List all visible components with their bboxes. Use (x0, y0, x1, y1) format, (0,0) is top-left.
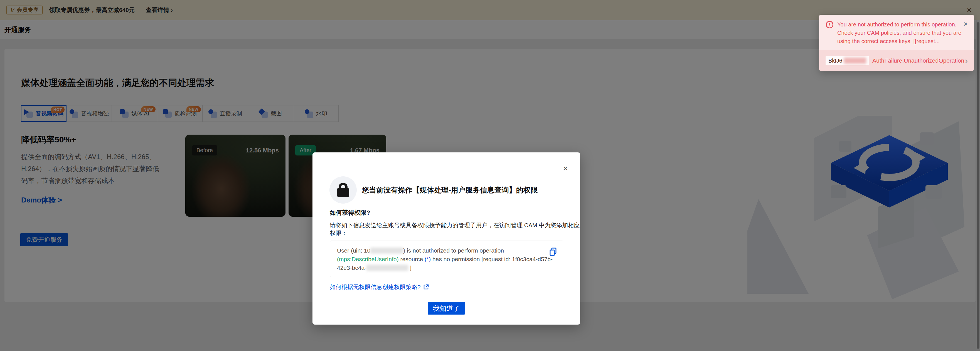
code-line: (mps:DescribeUserInfo) resource (*) has … (337, 255, 556, 264)
code-line: 42e3-bc4a- ] (337, 264, 556, 272)
confirm-button[interactable]: 我知道了 (428, 302, 465, 314)
redacted-request-id (366, 265, 408, 271)
lock-icon (329, 176, 357, 203)
error-toast: ! You are not authorized to perform this… (819, 15, 974, 71)
chevron-right-icon[interactable]: › (965, 56, 968, 65)
section-title: 如何获得权限? (330, 209, 370, 217)
alert-circle-icon: ! (826, 21, 834, 29)
resource-wildcard: (*) (425, 256, 431, 262)
permission-modal: × 您当前没有操作【媒体处理-用户服务信息查询】的权限 如何获得权限? 请将如下… (312, 152, 580, 325)
help-link[interactable]: 如何根据无权限信息创建权限策略? (330, 283, 429, 291)
toast-message-section: ! You are not authorized to perform this… (819, 15, 974, 50)
error-code: AuthFailure.UnauthorizedOperation (872, 57, 964, 64)
external-link-icon (423, 284, 429, 290)
modal-close-icon[interactable]: × (563, 164, 568, 172)
redacted-request-id (844, 57, 866, 64)
instruction-text: 请将如下信息发送给主账号或具备权限授予能力的管理子用户，在访问管理 CAM 中为… (330, 221, 580, 237)
request-id-prefix: BkIJ6 (828, 57, 842, 64)
toast-line: Check your CAM policies, and ensure that… (837, 29, 956, 37)
operation-name: (mps:DescribeUserInfo) (337, 256, 399, 262)
permission-error-codeblock: User (uin: 10) is not authorized to perf… (330, 241, 563, 277)
copy-icon[interactable] (550, 248, 557, 256)
modal-title: 您当前没有操作【媒体处理-用户服务信息查询】的权限 (362, 176, 538, 203)
toast-line: You are not authorized to perform this o… (837, 20, 956, 29)
code-line: User (uin: 10) is not authorized to perf… (337, 246, 556, 255)
request-id-chip[interactable]: BkIJ6 (826, 56, 869, 65)
toast-error-detail-row[interactable]: BkIJ6 AuthFailure.UnauthorizedOperation … (819, 50, 974, 71)
redacted-uin (370, 248, 403, 254)
toast-line: using the correct access keys. [[request… (837, 37, 956, 45)
toast-message: You are not authorized to perform this o… (837, 20, 956, 45)
toast-close-icon[interactable]: × (964, 20, 968, 45)
